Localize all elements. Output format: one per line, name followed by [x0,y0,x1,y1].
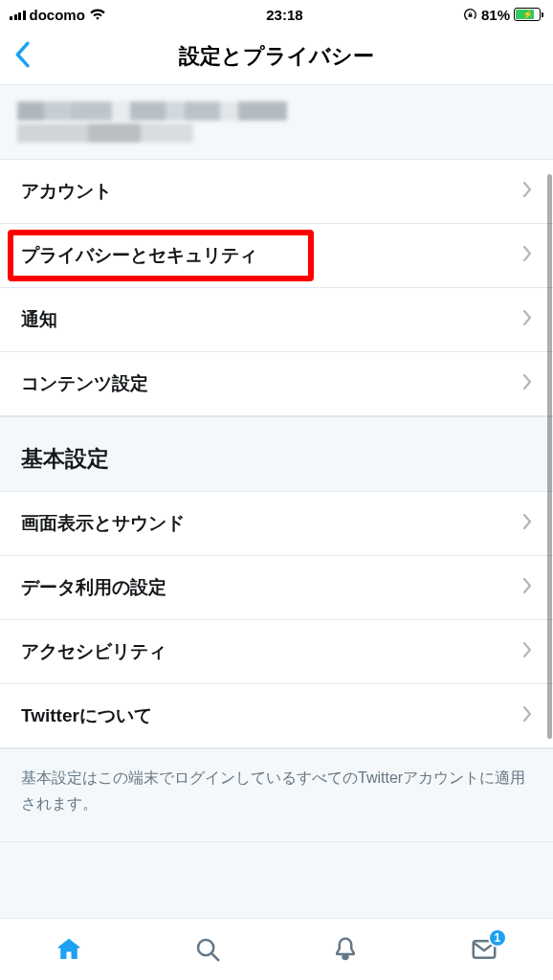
tab-home[interactable] [50,930,88,969]
chevron-right-icon [522,245,532,267]
menu-accessibility[interactable]: アクセシビリティ [0,620,553,684]
svg-line-2 [211,953,218,960]
battery-percent: 81% [481,7,510,23]
rotation-lock-icon [463,8,477,22]
menu-label: 通知 [21,307,57,332]
spacer [0,842,553,918]
menu-about-twitter[interactable]: Twitterについて [0,684,553,748]
tab-search[interactable] [188,930,227,969]
menu-privacy-security[interactable]: プライバシーとセキュリティ [0,224,553,288]
messages-badge: 1 [488,928,507,947]
menu-label: Twitterについて [21,703,152,728]
chevron-right-icon [522,641,532,663]
menu-content-settings[interactable]: コンテンツ設定 [0,352,553,416]
account-name-redacted [17,101,287,121]
clock: 23:18 [266,7,302,23]
menu-label: アカウント [21,179,112,204]
menu-notifications[interactable]: 通知 [0,288,553,352]
menu-label: データ利用の設定 [21,575,166,600]
chevron-right-icon [522,373,532,395]
status-bar: docomo 23:18 81% ⚡ [0,0,553,29]
menu-data-usage[interactable]: データ利用の設定 [0,556,553,620]
search-icon [193,935,222,964]
chevron-right-icon [522,705,532,727]
battery-icon: ⚡ [514,8,543,21]
home-icon [55,935,83,964]
tab-bar: 1 [0,918,553,980]
menu-label: プライバシーとセキュリティ [21,243,257,268]
section-header-general: 基本設定 [0,416,553,492]
menu-label: 画面表示とサウンド [21,511,185,536]
footer-note: 基本設定はこの端末でログインしているすべてのTwitterアカウントに適用されま… [0,748,553,842]
page-title: 設定とプライバシー [179,42,374,71]
chevron-right-icon [522,181,532,203]
carrier-label: docomo [30,7,85,23]
chevron-right-icon [522,309,532,331]
chevron-right-icon [522,577,532,599]
nav-header: 設定とプライバシー [0,29,553,84]
signal-icon [10,9,26,20]
tab-notifications[interactable] [326,930,365,969]
wifi-icon [89,8,106,21]
status-left: docomo [10,7,106,23]
menu-label: コンテンツ設定 [21,371,148,396]
account-handle-redacted [17,123,193,143]
menu-label: アクセシビリティ [21,639,166,664]
chevron-right-icon [522,513,532,535]
back-button[interactable] [13,41,31,72]
tab-messages[interactable]: 1 [465,930,503,969]
status-right: 81% ⚡ [463,7,543,23]
menu-account[interactable]: アカウント [0,160,553,224]
menu-display-sound[interactable]: 画面表示とサウンド [0,492,553,556]
bell-icon [331,935,360,964]
scroll-indicator[interactable] [547,174,552,739]
account-header[interactable] [0,84,553,160]
